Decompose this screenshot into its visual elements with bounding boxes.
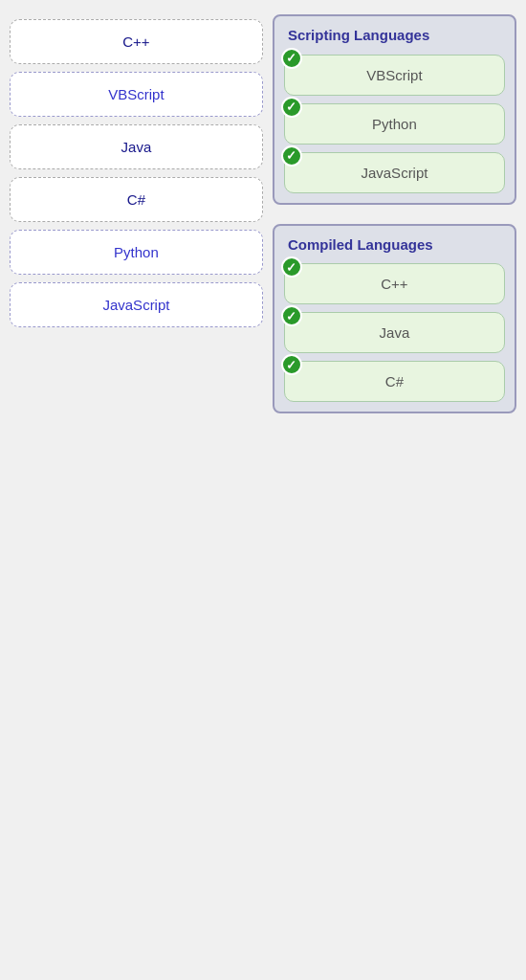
drop-zone-title-scripting: Scripting Languages [284,26,505,45]
drop-zone-items-scripting: ✓VBScript✓Python✓JavaScript [284,55,505,193]
source-item-java[interactable]: Java [10,124,263,169]
source-item-javascript[interactable]: JavaScript [10,282,263,327]
source-list: C++VBScriptJavaC#PythonJavaScript [10,10,263,970]
dropped-item-label: JavaScript [361,165,427,181]
check-icon: ✓ [281,48,302,69]
dropped-item-label: Java [380,324,410,341]
dropped-item-label: C++ [381,276,407,292]
source-item-python[interactable]: Python [10,230,263,275]
source-item-cpp[interactable]: C++ [10,19,263,64]
drop-zone-scripting[interactable]: Scripting Languages✓VBScript✓Python✓Java… [273,14,516,205]
drop-zone-items-compiled: ✓C++✓Java✓C# [284,263,505,402]
dropped-item-label: Python [372,116,417,132]
dropped-item-javascript[interactable]: ✓JavaScript [284,152,505,193]
check-icon: ✓ [281,354,302,375]
dropped-item-label: VBScript [366,67,422,83]
dropped-item-label: C# [385,373,404,390]
drop-zone-compiled[interactable]: Compiled Languages✓C++✓Java✓C# [273,224,516,414]
check-icon: ✓ [281,305,302,326]
source-item-csharp[interactable]: C# [10,177,263,222]
dropped-item-java[interactable]: ✓Java [284,312,505,353]
drop-zone-container: Scripting Languages✓VBScript✓Python✓Java… [273,10,516,970]
dropped-item-python[interactable]: ✓Python [284,103,505,145]
dropped-item-csharp[interactable]: ✓C# [284,361,505,402]
drop-zone-title-compiled: Compiled Languages [284,235,505,255]
source-item-vbscript[interactable]: VBScript [10,72,263,117]
dropped-item-vbscript[interactable]: ✓VBScript [284,55,505,96]
check-icon: ✓ [281,145,302,167]
check-icon: ✓ [281,97,302,118]
dropped-item-cpp[interactable]: ✓C++ [284,263,505,304]
check-icon: ✓ [281,256,302,278]
